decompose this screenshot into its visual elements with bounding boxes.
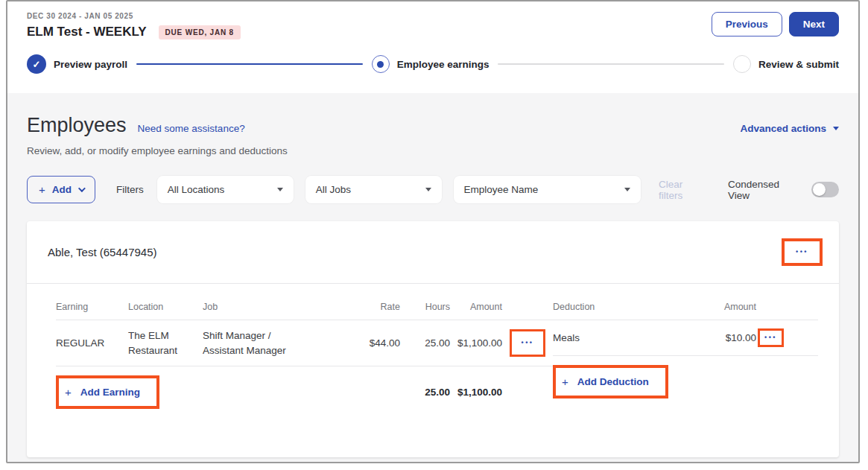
condensed-view-toggle[interactable]: [811, 182, 839, 197]
step-label: Review & submit: [758, 59, 839, 70]
stepper-connector-completed: [136, 63, 363, 65]
earning-type: REGULAR: [56, 336, 128, 351]
col-header-rate: Rate: [292, 297, 400, 320]
col-header-deduction: Deduction: [553, 297, 689, 320]
filters-label: Filters: [116, 184, 144, 195]
clear-filters-button[interactable]: Clear filters: [659, 179, 709, 201]
deduction-name: Meals: [553, 331, 689, 346]
step-review-submit[interactable]: Review & submit: [733, 55, 839, 73]
earning-row-ellipsis-icon[interactable]: •••: [522, 340, 534, 346]
due-date-badge: DUE WED, JAN 8: [159, 25, 241, 39]
deduction-amount: $10.00: [689, 331, 756, 346]
earning-hours: 25.00: [400, 336, 450, 351]
earning-amount: $1,100.00: [450, 336, 502, 351]
total-hours: 25.00: [400, 387, 450, 398]
employee-name-filter-select[interactable]: Employee Name: [454, 176, 642, 203]
step-label: Employee earnings: [397, 59, 490, 70]
need-assistance-link[interactable]: Need some assistance?: [138, 123, 245, 134]
col-header-location: Location: [128, 297, 203, 320]
annotation-box-card-menu: •••: [782, 238, 823, 266]
previous-button[interactable]: Previous: [712, 12, 782, 36]
pay-period-dates: DEC 30 2024 - JAN 05 2025: [27, 12, 241, 20]
earning-row: REGULAR The ELM Restaurant Shift Manager…: [56, 320, 553, 366]
page-title: Employees: [27, 114, 127, 137]
annotation-box-earning-menu: •••: [510, 329, 546, 357]
check-icon: ✓: [27, 54, 46, 74]
add-earning-button[interactable]: + Add Earning: [65, 386, 140, 398]
deduction-row-ellipsis-icon[interactable]: •••: [764, 334, 777, 341]
section-subtitle: Review, add, or modify employee earnings…: [27, 145, 839, 156]
employees-section: Employees Need some assistance? Advanced…: [7, 114, 858, 457]
earning-location: The ELM Restaurant: [128, 328, 203, 358]
payroll-header: DEC 30 2024 - JAN 05 2025 ELM Test - WEE…: [7, 1, 858, 93]
total-amount: $1,100.00: [450, 387, 502, 398]
app-window: DEC 30 2024 - JAN 05 2025 ELM Test - WEE…: [6, 0, 860, 463]
deduction-row: Meals $10.00 •••: [553, 320, 818, 355]
earning-rate: $44.00: [292, 336, 400, 351]
condensed-view-label: Condensed View: [728, 179, 802, 201]
caret-down-icon: [833, 127, 839, 130]
advanced-actions-dropdown[interactable]: Advanced actions: [740, 123, 839, 134]
plus-icon: +: [65, 386, 72, 398]
col-header-job: Job: [203, 297, 292, 320]
caret-down-icon: [425, 188, 431, 191]
step-employee-earnings[interactable]: Employee earnings: [372, 55, 490, 73]
annotation-box-add-deduction: + Add Deduction: [553, 365, 668, 398]
earning-job: Shift Manager / Assistant Manager: [203, 328, 292, 358]
annotation-box-add-earning: + Add Earning: [56, 375, 159, 409]
next-button[interactable]: Next: [789, 12, 839, 36]
location-filter-select[interactable]: All Locations: [157, 176, 294, 203]
earnings-table: Earning Location Job Rate Hours Amount R…: [48, 297, 553, 409]
jobs-filter-select[interactable]: All Jobs: [305, 176, 442, 203]
step-preview-payroll[interactable]: ✓ Preview payroll: [27, 54, 127, 74]
add-deduction-button[interactable]: + Add Deduction: [562, 375, 649, 388]
filter-bar: + Add Filters All Locations All Jobs Emp…: [27, 176, 839, 203]
step-label: Preview payroll: [54, 59, 127, 70]
plus-icon: +: [39, 183, 45, 196]
caret-down-icon: [277, 188, 283, 191]
annotation-box-deduction-menu: •••: [758, 328, 784, 347]
card-menu-ellipsis-icon[interactable]: •••: [796, 249, 808, 255]
active-step-icon: [372, 55, 390, 73]
employee-name: Able, Test (65447945): [48, 246, 157, 258]
advanced-actions-label: Advanced actions: [740, 123, 826, 134]
progress-stepper: ✓ Preview payroll Employee earnings Revi…: [27, 54, 839, 74]
plus-icon: +: [562, 375, 568, 388]
payroll-title-block: DEC 30 2024 - JAN 05 2025 ELM Test - WEE…: [27, 12, 241, 39]
payroll-title: ELM Test - WEEKLY: [27, 25, 147, 39]
col-header-deduction-amount: Amount: [689, 297, 756, 320]
caret-down-icon: [624, 188, 630, 191]
col-header-amount: Amount: [450, 297, 502, 320]
deductions-table: Deduction Amount Meals $10.00 •••: [553, 297, 818, 409]
stepper-connector-upcoming: [498, 63, 724, 65]
add-dropdown-button[interactable]: + Add: [27, 176, 95, 203]
col-header-hours: Hours: [400, 297, 450, 320]
col-header-earning: Earning: [56, 297, 128, 320]
employee-card: Able, Test (65447945) ••• Earning Locati…: [27, 221, 839, 457]
chevron-down-icon: [78, 185, 86, 192]
upcoming-step-icon: [733, 55, 751, 73]
